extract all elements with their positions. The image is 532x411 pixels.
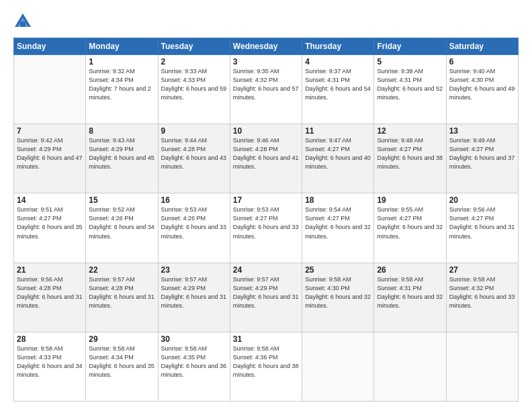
day-info: Sunrise: 9:58 AMSunset: 4:31 PMDaylight:… bbox=[377, 275, 443, 310]
calendar-week-row: 14Sunrise: 9:51 AMSunset: 4:27 PMDayligh… bbox=[14, 193, 519, 263]
calendar-cell: 3Sunrise: 9:35 AMSunset: 4:32 PMDaylight… bbox=[230, 55, 302, 124]
day-info: Sunrise: 9:53 AMSunset: 4:27 PMDaylight:… bbox=[233, 205, 299, 240]
day-number: 8 bbox=[89, 126, 154, 136]
weekday-header: Monday bbox=[86, 38, 158, 55]
day-number: 30 bbox=[161, 334, 227, 344]
day-info: Sunrise: 9:58 AMSunset: 4:32 PMDaylight:… bbox=[449, 275, 515, 310]
calendar-cell: 2Sunrise: 9:33 AMSunset: 4:33 PMDaylight… bbox=[158, 55, 230, 124]
day-info: Sunrise: 9:40 AMSunset: 4:30 PMDaylight:… bbox=[449, 67, 515, 102]
day-info: Sunrise: 9:58 AMSunset: 4:33 PMDaylight:… bbox=[17, 345, 83, 379]
calendar-cell: 18Sunrise: 9:54 AMSunset: 4:27 PMDayligh… bbox=[302, 193, 374, 263]
calendar-cell bbox=[302, 332, 374, 401]
day-info: Sunrise: 9:51 AMSunset: 4:27 PMDaylight:… bbox=[17, 205, 83, 240]
header bbox=[13, 12, 519, 31]
calendar-cell: 17Sunrise: 9:53 AMSunset: 4:27 PMDayligh… bbox=[230, 193, 302, 263]
day-number: 27 bbox=[449, 265, 515, 275]
day-info: Sunrise: 9:37 AMSunset: 4:31 PMDaylight:… bbox=[305, 67, 371, 102]
calendar-cell: 20Sunrise: 9:56 AMSunset: 4:27 PMDayligh… bbox=[446, 193, 518, 263]
calendar-table: SundayMondayTuesdayWednesdayThursdayFrid… bbox=[13, 38, 519, 402]
calendar-week-row: 21Sunrise: 9:56 AMSunset: 4:28 PMDayligh… bbox=[14, 263, 519, 332]
day-number: 12 bbox=[377, 126, 443, 136]
day-number: 3 bbox=[233, 57, 299, 66]
day-number: 7 bbox=[17, 126, 83, 136]
day-info: Sunrise: 9:56 AMSunset: 4:27 PMDaylight:… bbox=[449, 205, 515, 240]
day-info: Sunrise: 9:46 AMSunset: 4:28 PMDaylight:… bbox=[233, 136, 299, 171]
weekday-header: Saturday bbox=[446, 38, 518, 55]
day-info: Sunrise: 9:54 AMSunset: 4:27 PMDaylight:… bbox=[305, 205, 371, 240]
day-number: 31 bbox=[233, 334, 299, 344]
calendar-cell: 9Sunrise: 9:44 AMSunset: 4:28 PMDaylight… bbox=[158, 124, 230, 193]
calendar-cell: 24Sunrise: 9:57 AMSunset: 4:29 PMDayligh… bbox=[230, 263, 302, 332]
day-number: 26 bbox=[377, 265, 443, 275]
day-number: 25 bbox=[305, 265, 371, 275]
calendar-cell: 21Sunrise: 9:56 AMSunset: 4:28 PMDayligh… bbox=[14, 263, 86, 332]
day-info: Sunrise: 9:58 AMSunset: 4:34 PMDaylight:… bbox=[89, 345, 154, 379]
calendar-cell: 31Sunrise: 9:58 AMSunset: 4:36 PMDayligh… bbox=[230, 332, 302, 401]
calendar-cell: 11Sunrise: 9:47 AMSunset: 4:27 PMDayligh… bbox=[302, 124, 374, 193]
day-number: 4 bbox=[305, 57, 371, 66]
day-info: Sunrise: 9:47 AMSunset: 4:27 PMDaylight:… bbox=[305, 136, 371, 171]
day-info: Sunrise: 9:49 AMSunset: 4:27 PMDaylight:… bbox=[449, 136, 515, 171]
day-number: 13 bbox=[449, 126, 515, 136]
calendar-cell: 27Sunrise: 9:58 AMSunset: 4:32 PMDayligh… bbox=[446, 263, 518, 332]
calendar-cell: 7Sunrise: 9:42 AMSunset: 4:29 PMDaylight… bbox=[14, 124, 86, 193]
weekday-header: Thursday bbox=[302, 38, 374, 55]
day-number: 16 bbox=[161, 195, 227, 205]
day-number: 2 bbox=[161, 57, 227, 66]
day-number: 18 bbox=[305, 195, 371, 205]
calendar-cell bbox=[374, 332, 446, 401]
calendar-cell: 23Sunrise: 9:57 AMSunset: 4:29 PMDayligh… bbox=[158, 263, 230, 332]
logo bbox=[13, 12, 35, 31]
day-info: Sunrise: 9:53 AMSunset: 4:26 PMDaylight:… bbox=[161, 205, 227, 240]
day-number: 24 bbox=[233, 265, 299, 275]
day-number: 6 bbox=[449, 57, 515, 66]
day-number: 1 bbox=[89, 57, 154, 66]
weekday-header: Wednesday bbox=[230, 38, 302, 55]
calendar-cell: 13Sunrise: 9:49 AMSunset: 4:27 PMDayligh… bbox=[446, 124, 518, 193]
calendar-cell: 10Sunrise: 9:46 AMSunset: 4:28 PMDayligh… bbox=[230, 124, 302, 193]
calendar-cell: 12Sunrise: 9:48 AMSunset: 4:27 PMDayligh… bbox=[374, 124, 446, 193]
day-info: Sunrise: 9:32 AMSunset: 4:34 PMDaylight:… bbox=[89, 67, 154, 102]
day-number: 29 bbox=[89, 334, 154, 344]
day-number: 17 bbox=[233, 195, 299, 205]
calendar-header-row: SundayMondayTuesdayWednesdayThursdayFrid… bbox=[14, 38, 519, 55]
svg-rect-2 bbox=[20, 21, 26, 27]
day-number: 9 bbox=[161, 126, 227, 136]
calendar-cell: 16Sunrise: 9:53 AMSunset: 4:26 PMDayligh… bbox=[158, 193, 230, 263]
calendar-cell bbox=[14, 55, 86, 124]
calendar-cell: 4Sunrise: 9:37 AMSunset: 4:31 PMDaylight… bbox=[302, 55, 374, 124]
day-number: 10 bbox=[233, 126, 299, 136]
day-info: Sunrise: 9:58 AMSunset: 4:36 PMDaylight:… bbox=[233, 345, 299, 379]
calendar-cell: 30Sunrise: 9:58 AMSunset: 4:35 PMDayligh… bbox=[158, 332, 230, 401]
calendar-week-row: 1Sunrise: 9:32 AMSunset: 4:34 PMDaylight… bbox=[14, 55, 519, 124]
weekday-header: Friday bbox=[374, 38, 446, 55]
calendar-cell: 28Sunrise: 9:58 AMSunset: 4:33 PMDayligh… bbox=[14, 332, 86, 401]
day-info: Sunrise: 9:52 AMSunset: 4:26 PMDaylight:… bbox=[89, 205, 154, 240]
calendar-cell: 29Sunrise: 9:58 AMSunset: 4:34 PMDayligh… bbox=[86, 332, 158, 401]
day-info: Sunrise: 9:42 AMSunset: 4:29 PMDaylight:… bbox=[17, 136, 83, 171]
day-number: 21 bbox=[17, 265, 83, 275]
calendar-cell: 5Sunrise: 9:38 AMSunset: 4:31 PMDaylight… bbox=[374, 55, 446, 124]
day-number: 28 bbox=[17, 334, 83, 344]
day-number: 11 bbox=[305, 126, 371, 136]
day-info: Sunrise: 9:57 AMSunset: 4:29 PMDaylight:… bbox=[161, 275, 227, 310]
logo-icon bbox=[13, 12, 32, 31]
day-number: 5 bbox=[377, 57, 443, 66]
day-info: Sunrise: 9:44 AMSunset: 4:28 PMDaylight:… bbox=[161, 136, 227, 171]
calendar-cell: 25Sunrise: 9:58 AMSunset: 4:30 PMDayligh… bbox=[302, 263, 374, 332]
day-info: Sunrise: 9:48 AMSunset: 4:27 PMDaylight:… bbox=[377, 136, 443, 171]
calendar-cell: 19Sunrise: 9:55 AMSunset: 4:27 PMDayligh… bbox=[374, 193, 446, 263]
day-info: Sunrise: 9:35 AMSunset: 4:32 PMDaylight:… bbox=[233, 67, 299, 102]
calendar-cell: 22Sunrise: 9:57 AMSunset: 4:28 PMDayligh… bbox=[86, 263, 158, 332]
calendar-week-row: 7Sunrise: 9:42 AMSunset: 4:29 PMDaylight… bbox=[14, 124, 519, 193]
calendar-cell: 8Sunrise: 9:43 AMSunset: 4:29 PMDaylight… bbox=[86, 124, 158, 193]
calendar-cell: 26Sunrise: 9:58 AMSunset: 4:31 PMDayligh… bbox=[374, 263, 446, 332]
day-info: Sunrise: 9:33 AMSunset: 4:33 PMDaylight:… bbox=[161, 67, 227, 102]
day-number: 20 bbox=[449, 195, 515, 205]
day-info: Sunrise: 9:56 AMSunset: 4:28 PMDaylight:… bbox=[17, 275, 83, 310]
day-info: Sunrise: 9:57 AMSunset: 4:28 PMDaylight:… bbox=[89, 275, 154, 310]
page: SundayMondayTuesdayWednesdayThursdayFrid… bbox=[0, 0, 532, 411]
calendar-cell: 15Sunrise: 9:52 AMSunset: 4:26 PMDayligh… bbox=[86, 193, 158, 263]
day-info: Sunrise: 9:58 AMSunset: 4:30 PMDaylight:… bbox=[305, 275, 371, 310]
calendar-cell: 1Sunrise: 9:32 AMSunset: 4:34 PMDaylight… bbox=[86, 55, 158, 124]
